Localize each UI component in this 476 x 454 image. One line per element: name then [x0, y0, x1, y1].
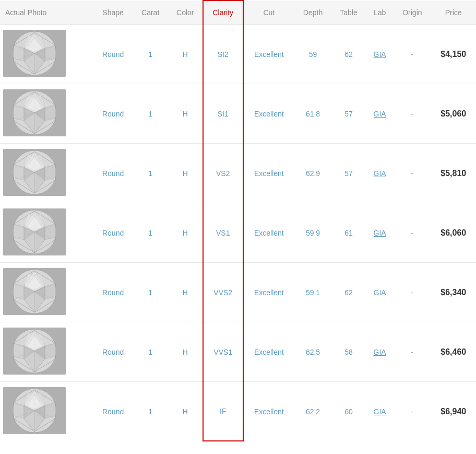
- diamond-image-4[interactable]: [3, 268, 66, 315]
- cell-depth-5: 62.5: [294, 322, 331, 382]
- cell-depth-1: 61.8: [294, 84, 331, 144]
- cell-lab-0[interactable]: GIA: [366, 25, 394, 84]
- cell-lab-2[interactable]: GIA: [366, 144, 394, 203]
- cell-table-5: 58: [331, 322, 366, 382]
- cell-depth-6: 62.2: [294, 382, 331, 441]
- col-header-lab: Lab: [366, 1, 394, 25]
- cell-table-4: 62: [331, 263, 366, 322]
- table-row: Round 1 H SI1 Excellent 61.8 57 GIA - $5…: [0, 84, 476, 144]
- svg-marker-77: [14, 284, 24, 299]
- cell-depth-2: 62.9: [294, 144, 331, 203]
- svg-marker-58: [45, 224, 55, 240]
- cell-clarity-5[interactable]: VVS1: [203, 322, 243, 382]
- cell-cut-4: Excellent: [243, 263, 294, 322]
- cell-origin-2: -: [394, 144, 431, 203]
- cell-color-3: H: [168, 203, 203, 263]
- svg-marker-95: [14, 343, 24, 359]
- cell-price-2: $5,810: [431, 144, 476, 203]
- svg-marker-4: [45, 45, 55, 61]
- cell-lab-3[interactable]: GIA: [366, 203, 394, 263]
- cell-shape-3: Round: [93, 203, 133, 263]
- svg-marker-40: [45, 165, 55, 180]
- cell-depth-3: 59.9: [294, 203, 331, 263]
- cell-photo-1[interactable]: [0, 84, 93, 144]
- diamond-image-3[interactable]: [3, 208, 66, 255]
- cell-color-1: H: [168, 84, 203, 144]
- cell-photo-6[interactable]: [0, 382, 93, 441]
- cell-carat-6: 1: [133, 382, 168, 441]
- table-row: Round 1 H VS1 Excellent 59.9 61 GIA - $6…: [0, 203, 476, 263]
- cell-carat-4: 1: [133, 263, 168, 322]
- diamond-image-1[interactable]: [3, 89, 66, 136]
- svg-marker-41: [14, 165, 24, 180]
- cell-table-0: 62: [331, 25, 366, 84]
- cell-origin-0: -: [394, 25, 431, 84]
- table-row: Round 1 H IF Excellent 62.2 60 GIA - $6,…: [0, 382, 476, 441]
- cell-lab-1[interactable]: GIA: [366, 84, 394, 144]
- cell-photo-4[interactable]: [0, 263, 93, 322]
- col-header-clarity[interactable]: Clarity: [203, 1, 243, 25]
- cell-cut-5: Excellent: [243, 322, 294, 382]
- cell-clarity-2[interactable]: VS2: [203, 144, 243, 203]
- diamond-image-6[interactable]: [3, 387, 66, 434]
- svg-marker-94: [45, 343, 55, 359]
- cell-price-1: $5,060: [431, 84, 476, 144]
- table-row: Round 1 H VVS1 Excellent 62.5 58 GIA - $…: [0, 322, 476, 382]
- svg-marker-5: [14, 45, 24, 61]
- cell-cut-1: Excellent: [243, 84, 294, 144]
- svg-marker-113: [14, 403, 24, 418]
- svg-marker-76: [45, 284, 55, 299]
- cell-carat-2: 1: [133, 144, 168, 203]
- cell-origin-3: -: [394, 203, 431, 263]
- svg-marker-22: [45, 105, 55, 121]
- col-header-origin: Origin: [394, 1, 431, 25]
- cell-clarity-4[interactable]: VVS2: [203, 263, 243, 322]
- table-header: Actual Photo Shape Carat Color Clarity C…: [0, 1, 476, 25]
- cell-photo-0[interactable]: [0, 25, 93, 84]
- diamond-table: Actual Photo Shape Carat Color Clarity C…: [0, 0, 476, 441]
- cell-color-6: H: [168, 382, 203, 441]
- col-header-cut: Cut: [243, 1, 294, 25]
- cell-clarity-6[interactable]: IF: [203, 382, 243, 441]
- cell-photo-2[interactable]: [0, 144, 93, 203]
- cell-color-2: H: [168, 144, 203, 203]
- cell-table-1: 57: [331, 84, 366, 144]
- cell-price-3: $6,060: [431, 203, 476, 263]
- cell-cut-2: Excellent: [243, 144, 294, 203]
- cell-lab-4[interactable]: GIA: [366, 263, 394, 322]
- cell-clarity-1[interactable]: SI1: [203, 84, 243, 144]
- cell-origin-4: -: [394, 263, 431, 322]
- col-header-carat: Carat: [133, 1, 168, 25]
- cell-color-0: H: [168, 25, 203, 84]
- cell-origin-1: -: [394, 84, 431, 144]
- cell-price-0: $4,150: [431, 25, 476, 84]
- cell-photo-5[interactable]: [0, 322, 93, 382]
- col-header-depth: Depth: [294, 1, 331, 25]
- cell-depth-4: 59.1: [294, 263, 331, 322]
- cell-clarity-3[interactable]: VS1: [203, 203, 243, 263]
- cell-depth-0: 59: [294, 25, 331, 84]
- diamond-image-2[interactable]: [3, 149, 66, 196]
- cell-shape-5: Round: [93, 322, 133, 382]
- cell-price-6: $6,940: [431, 382, 476, 441]
- cell-carat-5: 1: [133, 322, 168, 382]
- cell-shape-4: Round: [93, 263, 133, 322]
- diamond-image-5[interactable]: [3, 328, 66, 375]
- cell-table-6: 60: [331, 382, 366, 441]
- cell-carat-0: 1: [133, 25, 168, 84]
- table-row: Round 1 H VVS2 Excellent 59.1 62 GIA - $…: [0, 263, 476, 322]
- table-row: Round 1 H SI2 Excellent 59 62 GIA - $4,1…: [0, 25, 476, 84]
- cell-photo-3[interactable]: [0, 203, 93, 263]
- col-header-table: Table: [331, 1, 366, 25]
- cell-carat-1: 1: [133, 84, 168, 144]
- cell-lab-5[interactable]: GIA: [366, 322, 394, 382]
- cell-carat-3: 1: [133, 203, 168, 263]
- cell-cut-0: Excellent: [243, 25, 294, 84]
- cell-origin-5: -: [394, 322, 431, 382]
- cell-lab-6[interactable]: GIA: [366, 382, 394, 441]
- col-header-photo: Actual Photo: [0, 1, 93, 25]
- cell-price-5: $6,460: [431, 322, 476, 382]
- cell-shape-6: Round: [93, 382, 133, 441]
- cell-clarity-0[interactable]: SI2: [203, 25, 243, 84]
- diamond-image-0[interactable]: [3, 30, 66, 77]
